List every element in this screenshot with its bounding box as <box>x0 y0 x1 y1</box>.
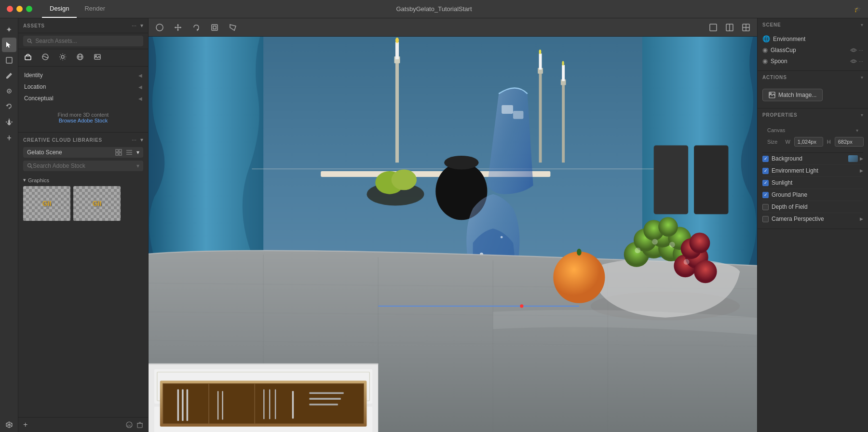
assets-materials-tab[interactable] <box>41 52 50 63</box>
svg-rect-64 <box>539 71 542 162</box>
spoon-more-icon[interactable]: ··· <box>859 58 863 64</box>
cc-chevron-icon[interactable]: ▾ <box>140 136 143 143</box>
gelato-dropdown[interactable]: Gelato Scene ▾ <box>23 147 143 158</box>
eye-icon[interactable] <box>850 47 857 54</box>
background-checkbox[interactable]: ✓ <box>762 156 769 162</box>
env-light-checkbox[interactable]: ✓ <box>762 168 769 174</box>
scene-item-spoon[interactable]: ◉ Spoon ··· <box>762 55 863 67</box>
list-view-icon[interactable] <box>126 149 133 156</box>
more-icon[interactable]: ··· <box>132 22 136 29</box>
sunlight-checkbox[interactable]: ✓ <box>762 180 769 186</box>
dof-checkbox[interactable] <box>762 204 769 210</box>
tab-design[interactable]: Design <box>42 0 77 18</box>
eyedropper-tool[interactable] <box>2 84 16 98</box>
properties-header[interactable]: PROPERTIES ▾ <box>758 108 868 122</box>
background-thumb[interactable] <box>848 155 858 162</box>
sunlight-label: Sunlight <box>772 179 792 186</box>
prop-ground-plane[interactable]: ✓ Ground Plane <box>762 189 863 201</box>
background-arrow[interactable]: ▶ <box>860 156 863 161</box>
properties-title: PROPERTIES <box>762 112 797 118</box>
height-input[interactable] <box>835 137 864 147</box>
tab-render[interactable]: Render <box>77 0 113 18</box>
select-tool[interactable] <box>2 38 16 52</box>
assets-sections: Identity ◀ Location ◀ Conceptual ◀ <box>18 67 148 107</box>
trash-icon[interactable] <box>136 421 143 428</box>
cc-more-icon[interactable]: ··· <box>132 136 136 143</box>
cc-icon[interactable]: cc <box>126 421 133 428</box>
scene-header[interactable]: SCENE ▾ <box>758 18 868 31</box>
scale-tool[interactable] <box>208 21 221 34</box>
zoom-tool[interactable] <box>2 130 16 145</box>
browse-stock-link[interactable]: Browse Adobe Stock <box>59 118 108 123</box>
transform-tool[interactable] <box>227 21 239 34</box>
env-light-arrow[interactable]: ▶ <box>860 168 863 173</box>
rotate-tool[interactable] <box>190 21 203 34</box>
prop-depth-of-field[interactable]: Depth of Field <box>762 201 863 213</box>
prop-background[interactable]: ✓ Background ▶ <box>762 153 863 165</box>
env-light-label: Environment Light <box>772 167 818 174</box>
3d-tool[interactable] <box>2 418 16 432</box>
search-assets-input[interactable] <box>35 38 139 44</box>
undo-tool[interactable] <box>2 99 16 114</box>
canvas-view-tool[interactable] <box>707 21 719 34</box>
assets-header-icons: ··· ▾ <box>132 22 143 29</box>
svg-rect-106 <box>275 389 276 419</box>
cc-libraries-section: CREATIVE CLOUD LIBRARIES ··· ▾ Gelato Sc… <box>18 132 148 227</box>
grid-view-icon[interactable] <box>115 149 122 156</box>
ground-plane-label: Ground Plane <box>772 191 807 198</box>
properties-chevron-icon: ▾ <box>861 112 863 118</box>
glasscup-more-icon[interactable]: ··· <box>859 47 863 53</box>
canvas-area[interactable] <box>149 37 757 432</box>
search-icon <box>27 38 32 44</box>
conceptual-arrow: ◀ <box>138 96 142 101</box>
assets-images-tab[interactable] <box>93 52 102 63</box>
fullscreen-button[interactable] <box>26 6 32 12</box>
actions-header[interactable]: ACTIONS ▾ <box>758 71 868 84</box>
prop-environment-light[interactable]: ✓ Environment Light ▶ <box>762 165 863 177</box>
scene-item-environment[interactable]: 🌐 Environment <box>762 33 863 44</box>
account-icon[interactable]: 🎓 <box>854 6 861 13</box>
camera-checkbox[interactable] <box>762 216 769 222</box>
search-box[interactable] <box>23 36 143 46</box>
add-bottom-icon[interactable]: + <box>23 420 27 429</box>
thumbnail-1[interactable]: GII <box>23 186 70 221</box>
move-tool[interactable] <box>172 21 184 34</box>
section-location[interactable]: Location ◀ <box>23 81 143 93</box>
select-circle-tool[interactable] <box>153 21 166 34</box>
svg-rect-102 <box>217 391 218 420</box>
section-conceptual[interactable]: Conceptual ◀ <box>23 93 143 104</box>
right-panel: SCENE ▾ 🌐 Environment ◉ GlassCup <box>757 18 868 432</box>
minimize-button[interactable] <box>16 6 23 12</box>
svg-rect-104 <box>263 389 264 419</box>
canvas-tool[interactable] <box>2 53 16 68</box>
svg-rect-105 <box>269 389 270 419</box>
match-image-icon <box>769 92 775 98</box>
assets-objects-tab[interactable] <box>23 52 33 63</box>
left-panel: ASSETS ··· ▾ <box>18 18 149 432</box>
split-view-tool[interactable] <box>723 21 736 34</box>
section-identity[interactable]: Identity ◀ <box>23 69 143 81</box>
assets-lights-tab[interactable] <box>58 52 68 63</box>
camera-arrow[interactable]: ▶ <box>860 216 863 221</box>
spoon-eye-icon[interactable] <box>850 58 857 65</box>
prop-camera-perspective[interactable]: Camera Perspective ▶ <box>762 213 863 225</box>
assets-environment-tab[interactable] <box>75 52 85 63</box>
width-input[interactable] <box>794 137 823 147</box>
add-tool[interactable]: ✦ <box>2 22 16 37</box>
close-button[interactable] <box>7 6 13 12</box>
scene-chevron-icon: ▾ <box>861 22 863 27</box>
svg-point-26 <box>28 164 31 167</box>
pan-tool[interactable] <box>2 115 16 129</box>
search-stock[interactable]: Search Adobe Stock ▾ <box>23 161 143 171</box>
chevron-down-icon[interactable]: ▾ <box>140 22 143 29</box>
canvas-chevron-icon[interactable]: ▾ <box>856 128 858 133</box>
svg-rect-21 <box>116 153 118 155</box>
canvas-toolbar-right <box>707 21 752 34</box>
ground-plane-checkbox[interactable]: ✓ <box>762 192 769 198</box>
grid-view-tool[interactable] <box>740 21 752 34</box>
match-image-button[interactable]: Match Image... <box>762 89 823 101</box>
prop-sunlight[interactable]: ✓ Sunlight <box>762 177 863 189</box>
thumbnail-2[interactable]: GII <box>73 186 121 221</box>
draw-tool[interactable] <box>2 68 16 83</box>
scene-item-glasscup[interactable]: ◉ GlassCup ··· <box>762 44 863 55</box>
